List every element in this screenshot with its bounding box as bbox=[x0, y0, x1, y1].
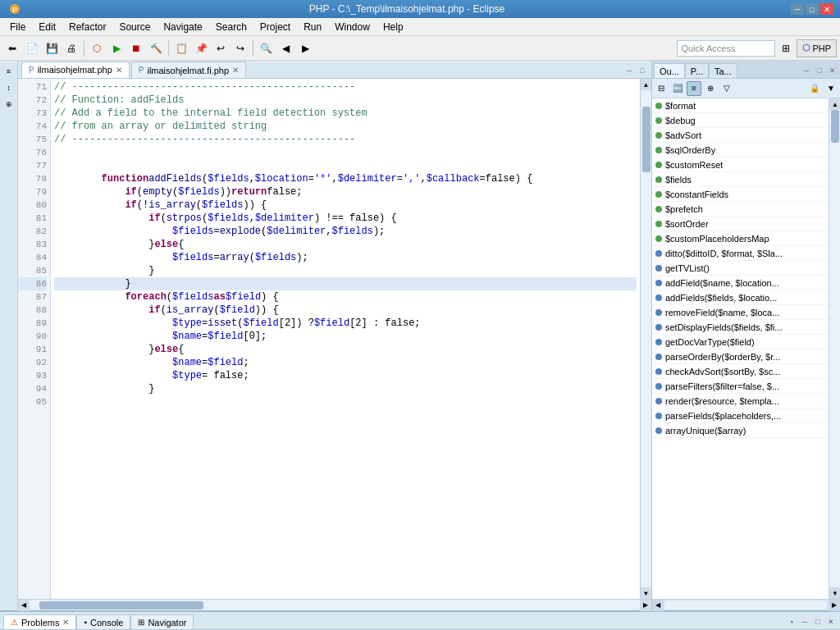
outline-item-2[interactable]: $advSort bbox=[652, 128, 829, 143]
code-line-86[interactable]: } bbox=[54, 277, 637, 290]
outline-scroll-thumb[interactable] bbox=[831, 110, 839, 143]
toolbar-paste-btn[interactable]: 📌 bbox=[192, 39, 210, 57]
outline-scrollbar[interactable]: ▲ ▼ bbox=[829, 98, 840, 599]
problems-tab-close[interactable]: ✕ bbox=[62, 618, 69, 627]
toolbar-print-btn[interactable]: 🖨 bbox=[62, 39, 80, 57]
bp-btn-1[interactable]: ▪ bbox=[786, 616, 797, 628]
toolbar-perspective-btn[interactable]: ⊞ bbox=[777, 39, 795, 57]
code-line-89[interactable]: $type = isset($field[2]) ? $field[2] : f… bbox=[54, 317, 637, 330]
code-line-90[interactable]: $name = $field[0]; bbox=[54, 330, 637, 343]
tab-close-2[interactable]: ✕ bbox=[232, 66, 239, 75]
bottom-tab-navigator[interactable]: ⊞ Navigator bbox=[130, 614, 194, 629]
toolbar-undo-btn[interactable]: ↩ bbox=[212, 39, 230, 57]
toolbar-prev-btn[interactable]: ◀ bbox=[276, 39, 294, 57]
menu-item-refactor[interactable]: Refactor bbox=[62, 20, 112, 34]
outline-scroll-lock[interactable]: 🔒 bbox=[807, 81, 822, 96]
outline-item-4[interactable]: $customReset bbox=[652, 158, 829, 172]
right-hscroll-left[interactable]: ◀ bbox=[652, 600, 664, 611]
gutter-btn-2[interactable]: ↕ bbox=[2, 80, 16, 95]
bottom-tab-problems[interactable]: ⚠ Problems ✕ bbox=[3, 614, 76, 629]
outline-scroll-up[interactable]: ▲ bbox=[829, 98, 840, 110]
php-perspective-button[interactable]: ⬡ PHP bbox=[797, 39, 837, 57]
toolbar-build-btn[interactable]: 🔨 bbox=[147, 39, 165, 57]
outline-more[interactable]: ▼ bbox=[824, 81, 838, 96]
menu-item-edit[interactable]: Edit bbox=[32, 20, 62, 34]
toolbar-redo-btn[interactable]: ↪ bbox=[231, 39, 249, 57]
tab-maximize-btn[interactable]: □ bbox=[637, 65, 648, 76]
menu-item-project[interactable]: Project bbox=[253, 20, 297, 34]
code-content[interactable]: // -------------------------------------… bbox=[51, 79, 640, 599]
menu-item-window[interactable]: Window bbox=[328, 20, 377, 34]
code-line-92[interactable]: $name = $field; bbox=[54, 356, 637, 369]
outline-item-21[interactable]: parseFields($placeholders,... bbox=[652, 409, 829, 423]
code-line-91[interactable]: } else { bbox=[54, 343, 637, 356]
code-line-72[interactable]: // Function: addFields bbox=[54, 94, 637, 107]
outline-item-22[interactable]: arrayUnique($array) bbox=[652, 423, 829, 438]
code-line-94[interactable]: } bbox=[54, 382, 637, 395]
outline-item-5[interactable]: $fields bbox=[652, 172, 829, 187]
toolbar-run-btn[interactable]: ▶ bbox=[107, 39, 126, 57]
tab-minimize-btn[interactable]: ─ bbox=[623, 65, 635, 76]
horizontal-scrollbar[interactable]: ◀ ▶ bbox=[18, 599, 651, 610]
outline-item-14[interactable]: removeField($name, $loca... bbox=[652, 305, 829, 320]
toolbar-copy-btn[interactable]: 📋 bbox=[172, 39, 190, 57]
outline-item-17[interactable]: parseOrderBy($orderBy, $r... bbox=[652, 349, 829, 364]
code-line-71[interactable]: // -------------------------------------… bbox=[54, 80, 637, 94]
h-scroll-right[interactable]: ▶ bbox=[640, 600, 651, 611]
outline-item-19[interactable]: parseFilters($filter=false, $... bbox=[652, 379, 829, 394]
outline-item-16[interactable]: getDocVarType($field) bbox=[652, 335, 829, 349]
toolbar-back-btn[interactable]: ⬅ bbox=[3, 39, 21, 57]
scroll-up-arrow[interactable]: ▲ bbox=[641, 79, 652, 90]
right-hscroll-right[interactable]: ▶ bbox=[829, 600, 840, 611]
toolbar-debug-btn[interactable]: ⬡ bbox=[88, 39, 106, 57]
h-scroll-left[interactable]: ◀ bbox=[18, 600, 30, 611]
code-line-87[interactable]: foreach ($fields as $field) { bbox=[54, 290, 637, 304]
h-scroll-track[interactable] bbox=[31, 601, 638, 609]
toolbar-stop-btn[interactable]: ⏹ bbox=[127, 39, 145, 57]
outline-item-1[interactable]: $debug bbox=[652, 113, 829, 128]
right-tab-p[interactable]: P... bbox=[685, 63, 709, 78]
editor-scrollbar[interactable]: ▲ ▼ bbox=[640, 79, 651, 599]
menu-item-help[interactable]: Help bbox=[377, 20, 410, 34]
code-line-81[interactable]: if (strpos($fields,$delimiter) !== false… bbox=[54, 212, 637, 225]
menu-item-file[interactable]: File bbox=[3, 20, 32, 34]
menu-item-search[interactable]: Search bbox=[209, 20, 253, 34]
code-line-88[interactable]: if (is_array($field)) { bbox=[54, 304, 637, 317]
code-line-83[interactable]: } else { bbox=[54, 238, 637, 251]
code-line-80[interactable]: if (!is_array($fields)) { bbox=[54, 199, 637, 212]
code-line-79[interactable]: if (empty($fields)) return false; bbox=[54, 185, 637, 199]
close-button[interactable]: ✕ bbox=[820, 3, 833, 15]
outline-item-10[interactable]: ditto($dittoID, $format, $Sla... bbox=[652, 246, 829, 261]
maximize-button[interactable]: □ bbox=[806, 3, 819, 15]
tab-close-1[interactable]: ✕ bbox=[116, 66, 122, 75]
outline-sort-alpha[interactable]: 🔤 bbox=[670, 81, 685, 96]
code-line-73[interactable]: // Add a field to the internal field det… bbox=[54, 107, 637, 120]
menu-item-run[interactable]: Run bbox=[297, 20, 328, 34]
outline-item-0[interactable]: $format bbox=[652, 98, 829, 113]
outline-scroll-down[interactable]: ▼ bbox=[829, 587, 840, 599]
minimize-button[interactable]: ─ bbox=[791, 3, 804, 15]
h-scroll-thumb[interactable] bbox=[39, 601, 203, 609]
outline-item-3[interactable]: $sqlOrderBy bbox=[652, 143, 829, 158]
toolbar-new-btn[interactable]: 📄 bbox=[23, 39, 41, 57]
outline-item-7[interactable]: $prefetch bbox=[652, 202, 829, 217]
gutter-btn-3[interactable]: ⊕ bbox=[2, 97, 16, 112]
scroll-track[interactable] bbox=[641, 90, 652, 587]
quick-access-input[interactable]: Quick Access bbox=[677, 40, 775, 57]
right-panel-hscroll[interactable]: ◀ ▶ bbox=[652, 599, 840, 610]
right-tab-ta[interactable]: Ta... bbox=[709, 63, 737, 78]
right-panel-maximize[interactable]: □ bbox=[814, 65, 825, 76]
code-line-84[interactable]: $fields = array($fields); bbox=[54, 251, 637, 264]
code-line-82[interactable]: $fields = explode($delimiter,$fields); bbox=[54, 225, 637, 238]
right-tab-outline[interactable]: Ou... bbox=[654, 63, 685, 78]
right-panel-minimize[interactable]: ─ bbox=[801, 65, 812, 76]
outline-item-12[interactable]: addField($name, $location... bbox=[652, 276, 829, 290]
code-line-75[interactable]: // -------------------------------------… bbox=[54, 133, 637, 146]
scroll-down-arrow[interactable]: ▼ bbox=[641, 587, 652, 599]
tab-ilmaisohjelmat-php[interactable]: P ilmaisohjelmat.php ✕ bbox=[21, 62, 130, 78]
code-line-74[interactable]: // from an array or delimited string bbox=[54, 120, 637, 133]
outline-show-fields[interactable]: ≡ bbox=[687, 81, 701, 96]
tab-ilmaisohjelmat-fi-php[interactable]: P ilmaisohjelmat.fi.php ✕ bbox=[131, 62, 246, 78]
outline-collapse-all[interactable]: ⊟ bbox=[654, 81, 669, 96]
bottom-tab-console[interactable]: ▪ Console bbox=[76, 614, 130, 629]
